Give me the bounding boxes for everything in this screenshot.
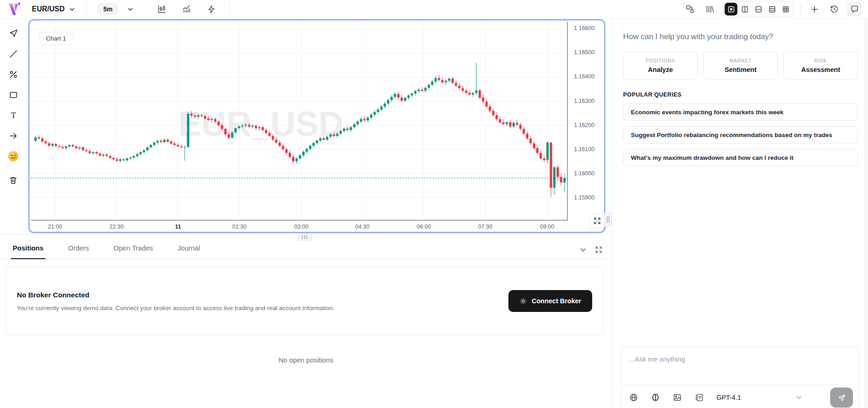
divider xyxy=(800,4,801,15)
candlestick-chart[interactable]: EUR_USD xyxy=(31,22,567,219)
layout-two-columns-button[interactable] xyxy=(738,3,751,15)
time-tick: 04:30 xyxy=(355,224,369,230)
lightning-icon xyxy=(207,5,216,14)
layout-two-rows-button[interactable] xyxy=(752,3,765,15)
trend-line-icon xyxy=(9,49,18,59)
tab-open-trades[interactable]: Open Trades xyxy=(112,244,155,259)
suggestion-label: Sentiment xyxy=(725,66,756,73)
symbol-selector[interactable]: EUR/USD xyxy=(32,5,75,13)
layout-switcher xyxy=(723,1,794,17)
suggestion-positions-analyze[interactable]: POSITIONS Analyze xyxy=(623,51,698,80)
model-selector[interactable]: GPT-4.1 xyxy=(716,394,802,401)
tab-orders[interactable]: Orders xyxy=(66,244,91,259)
chart-fullscreen-button[interactable] xyxy=(589,214,605,228)
model-label: GPT-4.1 xyxy=(716,394,741,401)
brain-icon xyxy=(651,393,660,402)
indicators-button[interactable] xyxy=(179,2,194,16)
scrollbar[interactable] xyxy=(865,19,868,408)
arrow-right-icon xyxy=(9,131,18,141)
query-portfolio-rebalancing[interactable]: Suggest Portfolio rebalancing recommenda… xyxy=(623,126,858,143)
suggestion-category: MARKET xyxy=(730,58,752,63)
query-economic-events[interactable]: Economic events impacting forex markets … xyxy=(623,103,858,121)
quick-actions-button[interactable] xyxy=(204,2,218,16)
trend-line-tool[interactable] xyxy=(6,46,20,61)
journal-notes-button[interactable] xyxy=(695,393,704,402)
layout-grid-button[interactable] xyxy=(779,3,792,15)
divider xyxy=(86,4,86,15)
price-tick: 1.16100 xyxy=(574,146,594,153)
query-maximum-drawdown[interactable]: What's my maximum drawdown and how can I… xyxy=(623,149,858,166)
chevron-down-icon xyxy=(579,246,587,254)
time-tick: 22:30 xyxy=(109,224,123,230)
suggestion-label: Assessment xyxy=(801,66,840,73)
suggestion-category: POSITIONS xyxy=(646,58,675,63)
price-axis-border xyxy=(567,22,568,220)
layout-single-button[interactable] xyxy=(725,3,737,15)
price-tick: 1.15900 xyxy=(574,194,594,201)
time-tick: 07:30 xyxy=(478,224,492,230)
suggestion-cards: POSITIONS Analyze MARKET Sentiment RISK … xyxy=(623,51,858,80)
delete-drawings-tool[interactable] xyxy=(6,173,20,188)
indicators-icon xyxy=(182,5,191,14)
chevron-down-icon xyxy=(796,394,802,401)
rectangle-tool[interactable] xyxy=(6,87,20,102)
plus-icon xyxy=(810,5,819,14)
price-tick: 1.16600 xyxy=(574,25,594,31)
rectangle-icon xyxy=(9,90,18,100)
tab-journal[interactable]: Journal xyxy=(176,244,202,259)
suggestion-category: RISK xyxy=(814,58,827,63)
connect-broker-button[interactable]: Connect Broker xyxy=(508,290,592,312)
collapse-panel-button[interactable] xyxy=(579,246,587,254)
assistant-input[interactable] xyxy=(622,347,858,382)
tab-positions[interactable]: Positions xyxy=(11,244,46,259)
attach-image-button[interactable] xyxy=(673,393,682,402)
watchlist-button[interactable] xyxy=(703,2,717,16)
timeframe-selector[interactable]: 5m xyxy=(97,3,118,15)
cursor-icon xyxy=(9,29,18,38)
chevron-down-icon xyxy=(127,6,133,12)
history-button[interactable] xyxy=(827,2,842,16)
fib-percent-tool[interactable] xyxy=(6,67,20,82)
drawing-toolbar: T xyxy=(0,19,26,234)
text-tool[interactable]: T xyxy=(6,108,20,122)
layout-three-rows-button[interactable] xyxy=(766,3,778,15)
timeframe-label: 5m xyxy=(103,5,112,13)
history-icon xyxy=(830,5,839,14)
chart-title-badge[interactable]: Chart 1 xyxy=(40,32,72,45)
send-icon xyxy=(838,393,846,402)
suggestion-market-sentiment[interactable]: MARKET Sentiment xyxy=(703,51,778,80)
time-tick: 06:00 xyxy=(416,224,431,230)
cursor-tool[interactable] xyxy=(6,26,20,41)
suggestion-risk-assessment[interactable]: RISK Assessment xyxy=(783,51,858,80)
broker-card-title: No Broker Connected xyxy=(17,291,335,299)
time-tick: 09:00 xyxy=(540,224,554,230)
price-tick: 1.16000 xyxy=(574,170,594,177)
chart-type-button[interactable] xyxy=(155,2,169,16)
reasoning-button[interactable] xyxy=(651,393,660,402)
percent-icon xyxy=(9,70,18,79)
emoji-tool[interactable] xyxy=(6,149,20,163)
expand-panel-button[interactable] xyxy=(595,246,603,254)
expand-icon xyxy=(595,246,603,254)
send-button[interactable] xyxy=(830,388,853,408)
web-search-button[interactable] xyxy=(629,393,638,402)
add-chart-button[interactable] xyxy=(807,2,822,16)
timeframe-dropdown-button[interactable] xyxy=(123,2,137,16)
assistant-toggle-button[interactable] xyxy=(847,2,862,16)
candlestick-chart-icon xyxy=(157,5,167,14)
arrow-tool[interactable] xyxy=(6,128,20,143)
price-tick: 1.16300 xyxy=(574,98,594,104)
chart-panel: Chart 1 EUR_USD 1.16600 1.16500 1.16400 … xyxy=(28,19,605,233)
horizontal-resize-handle[interactable] xyxy=(297,233,312,241)
chart-plot-area[interactable]: EUR_USD xyxy=(31,22,567,219)
vertical-resize-handle[interactable] xyxy=(604,212,612,227)
svg-text:T: T xyxy=(10,111,15,119)
divider xyxy=(229,4,230,15)
connections-button[interactable] xyxy=(683,2,697,16)
broker-card-description: You're currently viewing demo data. Conn… xyxy=(17,305,335,311)
time-axis-border xyxy=(31,220,568,220)
emoji-icon xyxy=(8,151,18,161)
layout-two-columns-icon xyxy=(741,5,749,13)
assistant-input-card: GPT-4.1 xyxy=(621,347,859,408)
layout-grid-icon xyxy=(782,5,790,13)
